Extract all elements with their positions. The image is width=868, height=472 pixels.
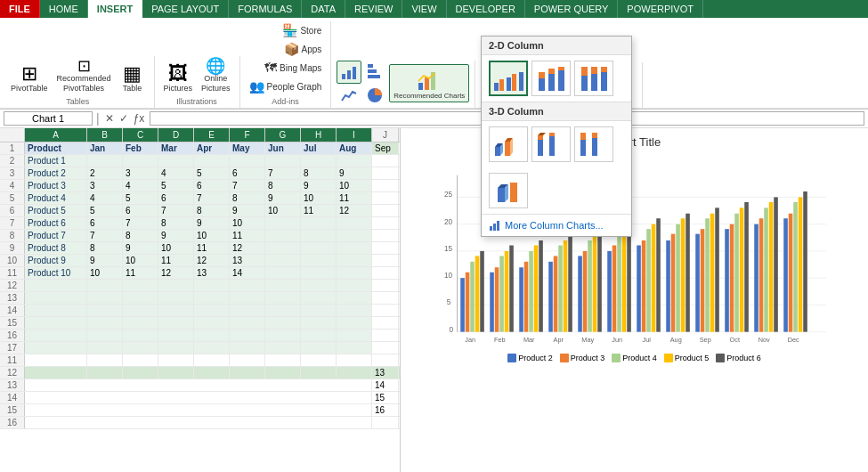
cell-i1[interactable]: Aug <box>337 142 372 154</box>
cell-j12[interactable]: 13 <box>372 367 399 378</box>
col-header-b[interactable]: B <box>87 128 123 142</box>
online-pictures-button[interactable]: 🌐 OnlinePictures <box>198 56 234 95</box>
cell-I13[interactable] <box>337 292 372 304</box>
cell-E7[interactable]: 9 <box>194 217 230 229</box>
cell-f11[interactable] <box>230 354 265 366</box>
cell-J15[interactable] <box>372 317 399 329</box>
cell-g11[interactable] <box>265 354 301 366</box>
cell-A11[interactable]: Product 10 <box>25 267 87 279</box>
cell-a11[interactable] <box>25 354 87 366</box>
cell-H9[interactable] <box>301 242 337 254</box>
cell-F12[interactable] <box>230 280 265 291</box>
chart-3d-clustered-button[interactable] <box>489 126 528 162</box>
cell-I6[interactable]: 12 <box>337 205 372 216</box>
cell-a13[interactable] <box>25 379 372 391</box>
cell-H17[interactable] <box>301 342 337 354</box>
people-graph-button[interactable]: 👥 People Graph <box>246 77 326 95</box>
cell-H8[interactable] <box>301 230 337 241</box>
cell-B13[interactable] <box>87 292 123 304</box>
cell-j13[interactable]: 14 <box>372 379 399 391</box>
chart-100pct-2d-button[interactable] <box>574 61 613 96</box>
cell-F4[interactable]: 7 <box>230 180 265 191</box>
cell-A2[interactable]: Product 1 <box>25 155 87 167</box>
cell-i11[interactable] <box>337 354 372 366</box>
cell-B8[interactable]: 7 <box>87 230 123 241</box>
bing-maps-button[interactable]: 🗺 Bing Maps <box>261 59 325 77</box>
cell-D11[interactable]: 12 <box>158 267 194 279</box>
cell-a12[interactable] <box>25 367 87 378</box>
pictures-button[interactable]: 🖼 Pictures <box>160 62 197 95</box>
col-header-a[interactable]: A <box>25 128 87 142</box>
tab-developer[interactable]: DEVELOPER <box>447 0 525 18</box>
cell-H12[interactable] <box>301 280 337 291</box>
cell-E16[interactable] <box>194 330 230 341</box>
cell-B14[interactable] <box>87 305 123 316</box>
cell-H2[interactable] <box>301 155 337 167</box>
cell-A9[interactable]: Product 8 <box>25 242 87 254</box>
col-header-d[interactable]: D <box>158 128 194 142</box>
cell-f12[interactable] <box>230 367 265 378</box>
cell-I8[interactable] <box>337 230 372 241</box>
cell-G14[interactable] <box>265 305 301 316</box>
cell-B6[interactable]: 5 <box>87 205 123 216</box>
cell-I3[interactable]: 9 <box>337 167 372 179</box>
cell-A6[interactable]: Product 5 <box>25 205 87 216</box>
cell-B16[interactable] <box>87 330 123 341</box>
cell-E14[interactable] <box>194 305 230 316</box>
cell-G7[interactable] <box>265 217 301 229</box>
cell-J16[interactable] <box>372 330 399 341</box>
cell-f1[interactable]: May <box>230 142 265 154</box>
cell-h11[interactable] <box>301 354 337 366</box>
cell-I17[interactable] <box>337 342 372 354</box>
cell-H16[interactable] <box>301 330 337 341</box>
col-header-f[interactable]: F <box>230 128 265 142</box>
cell-G11[interactable] <box>265 267 301 279</box>
cell-I14[interactable] <box>337 305 372 316</box>
cell-A4[interactable]: Product 3 <box>25 180 87 191</box>
cell-C10[interactable]: 10 <box>123 255 158 266</box>
cell-H14[interactable] <box>301 305 337 316</box>
cell-I2[interactable] <box>337 155 372 167</box>
cell-H15[interactable] <box>301 317 337 329</box>
pivot-table-button[interactable]: ⊞ PivotTable <box>7 62 52 95</box>
cell-E17[interactable] <box>194 342 230 354</box>
cell-a16[interactable] <box>25 417 372 428</box>
cancel-formula-icon[interactable]: ✕ <box>103 112 116 125</box>
cell-J13[interactable] <box>372 292 399 304</box>
cell-J14[interactable] <box>372 305 399 316</box>
cell-J2[interactable] <box>372 155 399 167</box>
cell-a15[interactable] <box>25 404 372 416</box>
cell-D13[interactable] <box>158 292 194 304</box>
tab-page-layout[interactable]: PAGE LAYOUT <box>142 0 229 18</box>
cell-E6[interactable]: 8 <box>194 205 230 216</box>
cell-c12[interactable] <box>123 367 158 378</box>
cell-A8[interactable]: Product 7 <box>25 230 87 241</box>
cell-h1[interactable]: Jul <box>301 142 337 154</box>
cell-C13[interactable] <box>123 292 158 304</box>
cell-g12[interactable] <box>265 367 301 378</box>
cell-F8[interactable]: 11 <box>230 230 265 241</box>
cell-F10[interactable]: 13 <box>230 255 265 266</box>
col-header-e[interactable]: E <box>194 128 230 142</box>
cell-D9[interactable]: 10 <box>158 242 194 254</box>
cell-G6[interactable]: 10 <box>265 205 301 216</box>
cell-e12[interactable] <box>194 367 230 378</box>
cell-D17[interactable] <box>158 342 194 354</box>
cell-F17[interactable] <box>230 342 265 354</box>
cell-C15[interactable] <box>123 317 158 329</box>
cell-D6[interactable]: 7 <box>158 205 194 216</box>
cell-j11[interactable] <box>372 354 399 366</box>
cell-b1[interactable]: Jan <box>87 142 123 154</box>
tab-formulas[interactable]: FORMULAS <box>229 0 302 18</box>
cell-C6[interactable]: 6 <box>123 205 158 216</box>
more-column-charts-link[interactable]: More Column Charts... <box>482 215 631 236</box>
cell-G15[interactable] <box>265 317 301 329</box>
tab-data[interactable]: DATA <box>302 0 345 18</box>
cell-G3[interactable]: 7 <box>265 167 301 179</box>
cell-C17[interactable] <box>123 342 158 354</box>
cell-d1[interactable]: Mar <box>158 142 194 154</box>
cell-C12[interactable] <box>123 280 158 291</box>
chart-3d-stacked-button[interactable] <box>531 126 571 162</box>
cell-i12[interactable] <box>337 367 372 378</box>
cell-G12[interactable] <box>265 280 301 291</box>
